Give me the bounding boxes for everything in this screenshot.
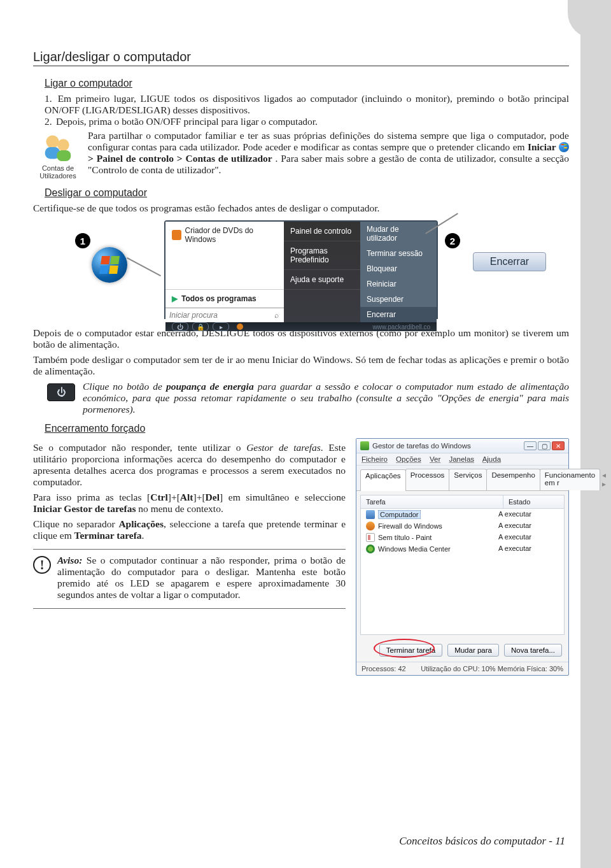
task-name: Firewall do Windows xyxy=(378,522,442,530)
task-state: A executar xyxy=(498,533,559,542)
f2a: Para isso prima as teclas [ xyxy=(33,492,150,502)
window-minimize-button[interactable]: — xyxy=(524,441,537,450)
f3e: . xyxy=(142,530,144,541)
window-maximize-button[interactable]: ▢ xyxy=(538,441,551,450)
f2i: no menu de contexto. xyxy=(136,503,223,514)
col-state[interactable]: Estado xyxy=(503,495,564,508)
warning-divider-top xyxy=(33,549,346,550)
warning-text: Aviso: Se o computador continuar a não r… xyxy=(57,555,346,601)
menu-file[interactable]: Ficheiro xyxy=(362,455,388,463)
windows-logo-icon xyxy=(559,142,569,152)
svg-rect-3 xyxy=(57,150,71,161)
taskmgr-app-icon xyxy=(360,441,369,450)
step-1-number: 1. xyxy=(45,93,53,104)
lock-button-icon[interactable]: 🔒 xyxy=(192,322,209,331)
startmenu-help[interactable]: Ajuda e suporte xyxy=(284,270,360,290)
f2e: ]+[ xyxy=(193,492,206,502)
subheading-ligar: Ligar o computador xyxy=(45,78,569,89)
tab-networking[interactable]: Funcionamento em r xyxy=(540,469,600,490)
app-icon xyxy=(366,544,375,553)
footer-page-number: 11 xyxy=(552,835,565,847)
footer-text: Conceitos básicos do computador - xyxy=(399,835,552,847)
menu-view[interactable]: Ver xyxy=(430,455,440,463)
menu-help[interactable]: Ajuda xyxy=(482,455,501,463)
startmenu-all-programs[interactable]: ▶ Todos os programas xyxy=(165,289,284,308)
power-restart[interactable]: Reiniciar xyxy=(360,276,437,292)
share-iniciar: Iniciar xyxy=(528,141,556,152)
close-programs-line: Certifique-se de que todos os programas … xyxy=(33,203,569,214)
power-button-icon[interactable]: ⏻ xyxy=(172,322,188,331)
forced-p1a: Se o computador não responder, tente uti… xyxy=(33,442,241,453)
status-processes: Processos: 42 xyxy=(362,665,406,672)
page-content: Ligar/desligar o computador Ligar o comp… xyxy=(33,50,569,676)
step-2-number: 2. xyxy=(45,116,53,127)
task-state: A executar xyxy=(498,544,559,553)
callout-badge-1: 1 xyxy=(75,233,90,248)
tab-processes[interactable]: Processos xyxy=(405,469,450,490)
share-paragraph: Para partilhar o computador familiar e t… xyxy=(88,130,569,180)
tab-applications[interactable]: Aplicações xyxy=(360,469,406,491)
table-row[interactable]: Firewall do WindowsA executar xyxy=(361,520,564,532)
terminar-tarefa: Terminar tarefa xyxy=(74,530,142,541)
app-icon xyxy=(366,510,375,519)
app-icon xyxy=(366,522,375,530)
startmenu-item-dvd[interactable]: Criador de DVDs do Windows xyxy=(165,222,284,248)
startmenu-control-panel[interactable]: Painel de controlo xyxy=(284,222,360,241)
subheading-desligar: Desligar o computador xyxy=(45,187,569,199)
key-del: Del xyxy=(206,492,220,502)
step-2: 2. Depois, prima o botão ON/OFF principa… xyxy=(45,116,569,127)
status-cpu-mem: Utilização do CPU: 10% Memória Física: 3… xyxy=(421,665,563,672)
task-state: A executar xyxy=(498,522,559,530)
power-note-a: Clique no botão de xyxy=(83,381,166,392)
forced-p3: Clique no separador Aplicações, seleccio… xyxy=(33,518,346,541)
col-task[interactable]: Tarefa xyxy=(361,495,503,508)
startmenu-default-programs[interactable]: Programas Predefinido xyxy=(284,241,360,270)
power-lock[interactable]: Bloquear xyxy=(360,261,437,276)
table-row[interactable]: ComputadorA executar xyxy=(361,509,564,520)
warning-label: Aviso: xyxy=(57,555,82,566)
power-suspend[interactable]: Suspender xyxy=(360,292,437,307)
svg-point-0 xyxy=(46,135,59,148)
switch-to-button[interactable]: Mudar para xyxy=(447,644,499,657)
task-name: Sem título - Paint xyxy=(378,534,432,541)
tab-aplicacoes: Aplicações xyxy=(118,518,164,529)
f2c: ]+[ xyxy=(168,492,180,502)
tab-performance[interactable]: Desempenho xyxy=(486,469,540,490)
end-task-button[interactable]: Terminar tarefa xyxy=(379,644,442,657)
table-row[interactable]: Sem título - PaintA executar xyxy=(361,532,564,543)
f2g: ] em simultâneo e seleccione xyxy=(220,492,346,502)
table-row[interactable]: Windows Media CenterA executar xyxy=(361,543,564,555)
warning-divider-bottom xyxy=(33,608,346,609)
taskmgr-title: Gestor de tarefas do Windows xyxy=(372,442,471,450)
task-name: Windows Media Center xyxy=(378,545,451,553)
step-1-text: Em primeiro lugar, LIGUE todos os dispos… xyxy=(45,93,569,115)
power-menu-arrow-icon[interactable]: ▸ xyxy=(213,322,229,331)
task-name: Computador xyxy=(378,510,421,519)
power-save-button-icon: ⏻ xyxy=(47,383,75,401)
dvd-icon xyxy=(172,230,181,240)
taskmgr-menubar[interactable]: Ficheiro Opções Ver Janelas Ajuda xyxy=(356,453,568,466)
shutdown-illustration: 1 Criador de DVDs do Windows ▶ Todos os … xyxy=(69,220,533,322)
forced-p2: Para isso prima as teclas [Ctrl]+[Alt]+[… xyxy=(33,492,346,515)
section-title-main: Ligar/desligar o computador xyxy=(33,50,569,66)
firefox-taskbar-icon xyxy=(237,324,243,330)
startmenu-all-programs-label: Todos os programas xyxy=(181,294,256,303)
power-shutdown[interactable]: Encerrar xyxy=(360,307,437,322)
step-1: 1. Em primeiro lugar, LIGUE todos os dis… xyxy=(45,93,569,116)
task-manager-window: Gestor de tarefas do Windows — ▢ ✕ Fiche… xyxy=(356,438,569,676)
taskbar-hint-text: www.packardibell.co xyxy=(372,324,430,331)
power-logoff[interactable]: Terminar sessão xyxy=(360,246,437,261)
tab-services[interactable]: Serviços xyxy=(449,469,487,490)
menu-windows[interactable]: Janelas xyxy=(449,455,474,463)
tab-scroll-icon[interactable]: ◂ ▸ xyxy=(600,469,608,490)
startmenu-search-input[interactable]: Iniciar procura xyxy=(165,308,284,322)
f3a: Clique no separador xyxy=(33,518,118,529)
after-shutdown-p2: Também pode desligar o computador sem te… xyxy=(33,354,569,377)
start-taskmgr: Iniciar Gestor de tarefas xyxy=(33,503,136,514)
menu-options[interactable]: Opções xyxy=(396,455,421,463)
encerrar-callout-button: Encerrar xyxy=(473,252,546,271)
page-right-stripe xyxy=(580,0,611,868)
new-task-button[interactable]: Nova tarefa... xyxy=(504,644,562,657)
power-note-b: poupança de energia xyxy=(166,381,254,392)
window-close-button[interactable]: ✕ xyxy=(552,441,565,450)
